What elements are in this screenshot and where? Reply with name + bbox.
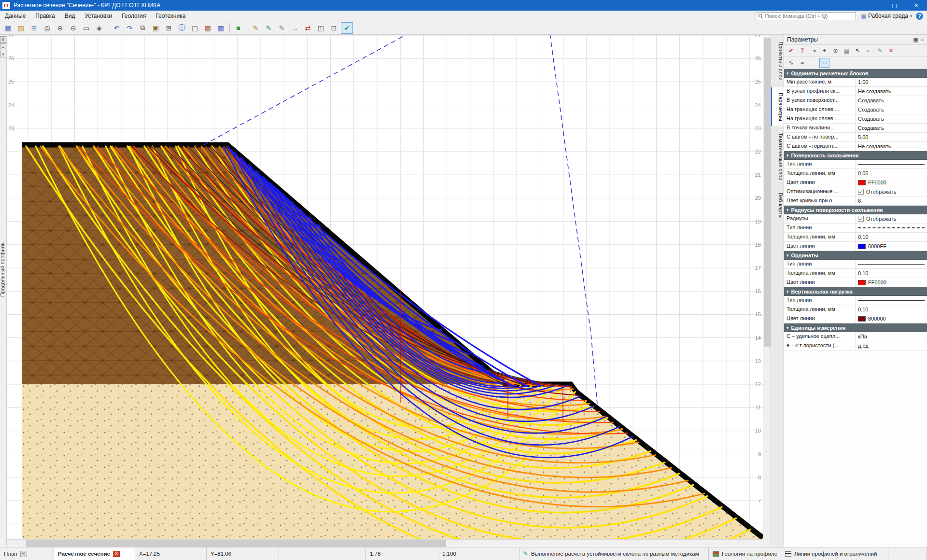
property-value[interactable]	[856, 260, 927, 268]
menu-вид[interactable]: Вид	[60, 11, 80, 21]
window-new-icon[interactable]: ⊡	[328, 22, 340, 34]
property-value[interactable]: 6	[856, 196, 927, 205]
add-window-icon[interactable]: ⊞	[28, 22, 40, 34]
property-value[interactable]: Создавать	[856, 114, 927, 123]
next-icon[interactable]: →	[289, 22, 301, 34]
close-button[interactable]: ✕	[905, 0, 927, 11]
close-tab-icon[interactable]: ✕	[20, 551, 27, 557]
waves-mode-icon[interactable]: ≈	[797, 58, 807, 68]
scroll-down-button[interactable]: ▼	[0, 51, 6, 57]
property-value[interactable]: 0.10	[856, 305, 927, 314]
property-value[interactable]: ✓Отображать	[856, 187, 927, 196]
tab-веб-карты[interactable]: Веб-карты	[771, 187, 784, 224]
close-tab-icon[interactable]: ✕	[113, 551, 120, 557]
green-layer-icon[interactable]: ■	[232, 22, 244, 34]
add-icon[interactable]: +	[819, 46, 829, 56]
diagram-icon[interactable]: ▦	[2, 22, 14, 34]
open-icon[interactable]: ▧	[15, 22, 27, 34]
color-swatch[interactable]	[858, 280, 866, 285]
workspace-menu[interactable]: ▦ Рабочая среда ▾	[861, 13, 912, 19]
pan-icon[interactable]: ◈	[93, 22, 105, 34]
undo-icon[interactable]: ↶	[111, 22, 123, 34]
zoom-in-icon[interactable]: ⊕	[54, 22, 66, 34]
property-value[interactable]: 5.00	[856, 133, 927, 141]
layer-edit-green-icon[interactable]: ✎	[263, 22, 275, 34]
drawing-area[interactable]: 2726252423272625242322212019181716151413…	[7, 35, 763, 547]
paste-icon[interactable]: ▣	[150, 22, 162, 34]
scroll-up-button[interactable]: ▲	[0, 43, 6, 50]
menu-геотехника[interactable]: Геотехника	[151, 11, 190, 21]
doc-tab-план[interactable]: План✕	[0, 547, 54, 560]
tab-проекты-и-слои[interactable]: Проекты и слои	[771, 36, 784, 86]
grid-icon[interactable]: ▦	[842, 46, 852, 56]
color-swatch[interactable]	[858, 244, 866, 249]
property-value[interactable]: д.ед	[856, 341, 927, 350]
search-input[interactable]	[765, 13, 854, 19]
property-value[interactable]: 0000FF	[856, 242, 927, 251]
property-value[interactable]: 800000	[856, 314, 927, 323]
menu-данные[interactable]: Данные	[0, 11, 30, 21]
tab-тематические-слои[interactable]: Тематические слои	[771, 127, 784, 186]
close-red-icon[interactable]: ✕	[886, 46, 896, 56]
zoom-window-icon[interactable]: ▭	[80, 22, 92, 34]
property-value[interactable]: Не создавать	[856, 87, 927, 96]
property-value[interactable]	[856, 224, 927, 232]
tab-параметры[interactable]: Параметры	[771, 87, 784, 126]
horizontal-scrollbar[interactable]	[7, 539, 763, 547]
pick-icon[interactable]: ↖	[853, 46, 863, 56]
layer-edit-icon[interactable]: ✎	[250, 22, 262, 34]
property-value[interactable]: FF0000	[856, 178, 927, 187]
edit-icon[interactable]: ✎	[875, 46, 885, 56]
help-icon[interactable]: ?	[797, 46, 807, 56]
property-value[interactable]: Создавать	[856, 96, 927, 105]
help-button[interactable]: ?	[916, 13, 923, 20]
section-header[interactable]: ▾Поверхность скольжения	[784, 151, 927, 160]
property-value[interactable]: Создавать	[856, 105, 927, 114]
menu-правка[interactable]: Правка	[30, 11, 60, 21]
redo-icon[interactable]: ↷	[124, 22, 136, 34]
layer-edit-gray-icon[interactable]: ✎	[276, 22, 288, 34]
info-icon[interactable]: ⓘ	[176, 22, 188, 34]
snap-icon[interactable]: ⇤	[864, 46, 874, 56]
property-value[interactable]: Не создавать	[856, 142, 927, 151]
vertical-scrollbar[interactable]	[763, 35, 771, 547]
add-node-icon[interactable]: ⊕	[830, 46, 841, 56]
tab-longitudinal-profile[interactable]: Продольный профиль	[0, 242, 7, 297]
property-value[interactable]: 0.10	[856, 269, 927, 278]
apply-icon[interactable]: ✔	[786, 46, 796, 56]
property-value[interactable]: кПа	[856, 332, 927, 341]
property-value[interactable]: ✓Отображать	[856, 214, 927, 223]
window-tile-icon[interactable]: ◫	[315, 22, 327, 34]
section-header[interactable]: ▾Единицы измерения	[784, 323, 927, 332]
line-mode-icon[interactable]: —	[808, 58, 818, 68]
property-value[interactable]: FF0000	[856, 278, 927, 287]
section-header[interactable]: ▾Ординаты расчетных блоков	[784, 69, 927, 78]
histogram-icon[interactable]: ▥	[202, 22, 214, 34]
property-value[interactable]: 0.10	[856, 233, 927, 241]
color-swatch[interactable]	[858, 180, 866, 185]
property-value[interactable]: 0.05	[856, 169, 927, 178]
delete-icon[interactable]: ⊠	[163, 22, 175, 34]
doc-tab-расчетное-сечение[interactable]: Расчетное сечение✕	[54, 547, 135, 560]
section-drawing-canvas[interactable]: 2726252423272625242322212019181716151413…	[7, 35, 763, 539]
zoom-out-icon[interactable]: ⊖	[67, 22, 79, 34]
panel-menu-icon[interactable]: ≡	[921, 37, 924, 43]
section-header[interactable]: ▾Ординаты	[784, 251, 927, 260]
section-header[interactable]: ▾Радиусы поверхности скольжения	[784, 206, 927, 214]
section-header[interactable]: ▾Вертикальная нагрузка	[784, 287, 927, 296]
horizontal-scrollbar-thumb[interactable]	[26, 540, 446, 547]
checkbox[interactable]: ✓	[858, 216, 864, 222]
float-panel-icon[interactable]: ▣	[913, 37, 918, 43]
slope-stability-icon[interactable]: ✔	[341, 22, 353, 34]
vertical-scrollbar-thumb[interactable]	[764, 38, 771, 347]
plane-mode-icon[interactable]: ▱	[819, 58, 829, 68]
menu-геология[interactable]: Геология	[117, 11, 151, 21]
to-end-icon[interactable]: ⇥	[808, 46, 818, 56]
property-value[interactable]	[856, 160, 927, 168]
copy-icon[interactable]: ⧉	[137, 22, 149, 34]
menu-установки[interactable]: Установки	[80, 11, 117, 21]
minimize-button[interactable]: —	[862, 0, 884, 11]
exchange-icon[interactable]: ⇄	[302, 22, 314, 34]
checkbox[interactable]: ✓	[858, 189, 864, 195]
curve-mode-icon[interactable]: ∿	[786, 58, 796, 68]
